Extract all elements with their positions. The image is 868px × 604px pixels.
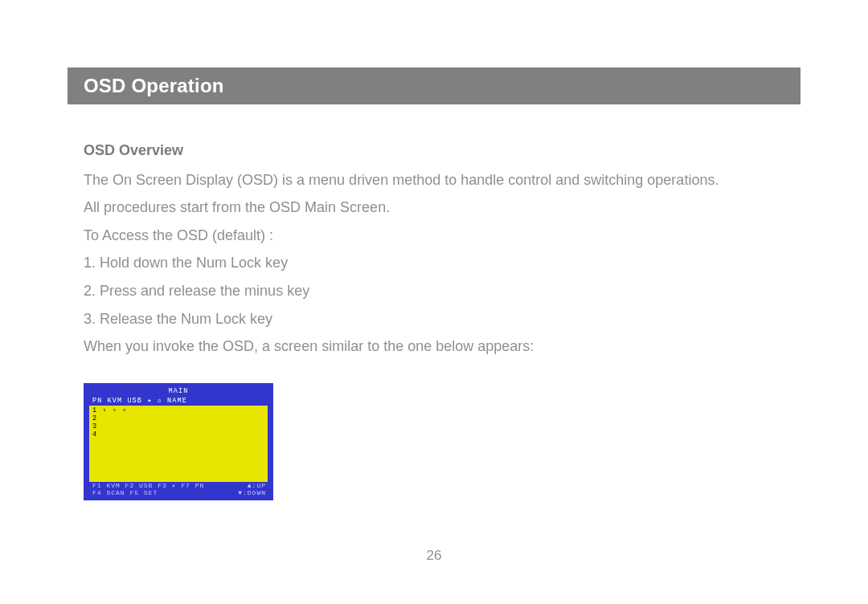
osd-inner: MAIN PN KVM USB ✦ ☼ NAME 1 ▫ ▫ ▫ 2 3 4 F… [86, 386, 271, 498]
paragraph-line: To Access the OSD (default) : [84, 223, 791, 248]
body-content: OSD Overview The On Screen Display (OSD)… [84, 138, 791, 362]
osd-row: 3 [92, 423, 264, 431]
osd-screenshot: MAIN PN KVM USB ✦ ☼ NAME 1 ▫ ▫ ▫ 2 3 4 F… [84, 383, 273, 500]
osd-row: 1 ▫ ▫ ▫ [92, 407, 264, 415]
page-number: 26 [0, 548, 868, 564]
osd-body: 1 ▫ ▫ ▫ 2 3 4 [89, 406, 268, 482]
osd-title: MAIN [86, 386, 271, 397]
step-line: 2. Press and release the minus key [84, 279, 791, 304]
document-page: OSD Operation OSD Overview The On Screen… [0, 0, 868, 604]
osd-footer-left: F4 SCAN F5 SET [92, 490, 158, 496]
osd-footer: F1 KVM F2 USB F3 ✦ F7 PN ▲:UP F4 SCAN F5… [86, 481, 271, 498]
osd-footer-right: ▲:UP [248, 483, 266, 489]
paragraph-line: All procedures start from the OSD Main S… [84, 195, 791, 220]
paragraph-line: The On Screen Display (OSD) is a menu dr… [84, 168, 791, 193]
section-header-bar: OSD Operation [68, 67, 800, 104]
section-title: OSD Operation [84, 75, 224, 97]
step-line: 1. Hold down the Num Lock key [84, 251, 791, 275]
osd-footer-right: ▼:DOWN [238, 490, 266, 496]
step-line: 3. Release the Num Lock key [84, 307, 791, 332]
osd-row: 4 [92, 431, 264, 439]
osd-columns: PN KVM USB ✦ ☼ NAME [86, 397, 271, 406]
subheading: OSD Overview [84, 138, 791, 163]
osd-footer-left: F1 KVM F2 USB F3 ✦ F7 PN [92, 483, 204, 489]
osd-row: 2 [92, 415, 264, 423]
paragraph-line: When you invoke the OSD, a screen simila… [84, 334, 791, 359]
